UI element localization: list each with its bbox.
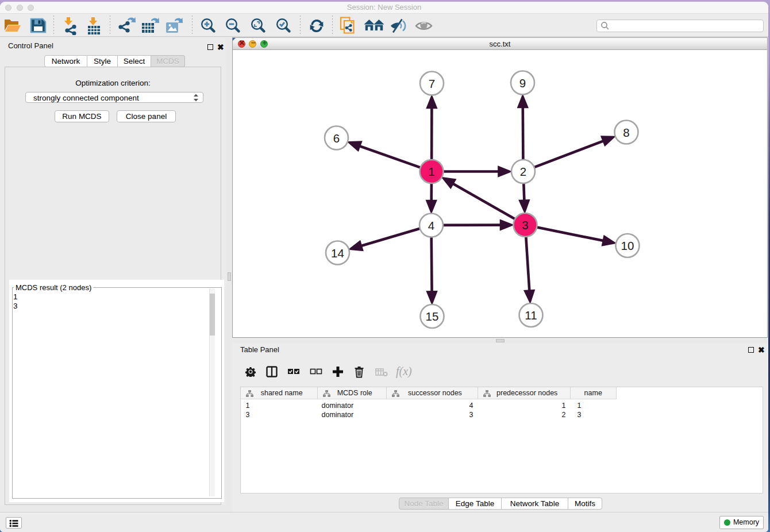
svg-text:11: 11	[525, 309, 537, 322]
svg-text:14: 14	[331, 246, 344, 260]
svg-text:4: 4	[428, 219, 434, 232]
svg-text:15: 15	[426, 310, 439, 323]
svg-text:2: 2	[520, 165, 526, 178]
svg-text:6: 6	[333, 132, 340, 145]
svg-text:9: 9	[519, 76, 526, 90]
svg-text:7: 7	[429, 77, 435, 90]
svg-text:8: 8	[623, 126, 629, 139]
svg-text:3: 3	[522, 218, 528, 232]
svg-text:1: 1	[428, 165, 434, 178]
svg-text:10: 10	[621, 239, 634, 252]
